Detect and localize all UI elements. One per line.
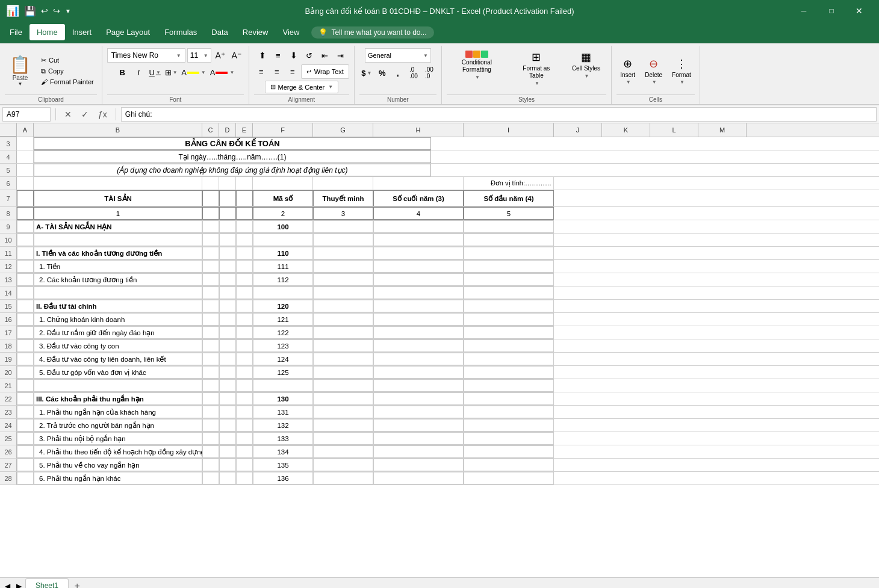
cell-b26[interactable]: 4. Phải thu theo tiến độ kế hoạch hợp đồ… — [34, 445, 202, 458]
cut-button[interactable]: ✂ Cut — [38, 55, 97, 66]
minimize-btn[interactable]: ─ — [790, 0, 818, 22]
col-header-i[interactable]: I — [464, 123, 554, 137]
paste-button[interactable]: 📋 Paste ▼ — [5, 52, 36, 89]
menu-item-formulas[interactable]: Formulas — [157, 24, 204, 40]
wrap-text-button[interactable]: ↵ Wrap Text — [301, 64, 349, 79]
sheet-tab-sheet1[interactable]: Sheet1 — [25, 578, 69, 588]
cell-f12[interactable]: 111 — [253, 260, 313, 273]
menu-item-file[interactable]: File — [2, 24, 30, 40]
cell-d7[interactable] — [219, 190, 236, 206]
cell-b28[interactable]: 6. Phải thu ngắn hạn khác — [34, 472, 202, 484]
scroll-sheet-left-btn[interactable]: ◀ — [2, 582, 13, 589]
decimal-increase-btn[interactable]: .0.00 — [406, 66, 421, 80]
underline-button[interactable]: U▼ — [148, 65, 162, 79]
cell-b12[interactable]: 1. Tiền — [34, 260, 202, 273]
font-name-selector[interactable]: Times New Ro ▼ — [107, 48, 185, 63]
col-header-e[interactable]: E — [236, 123, 253, 137]
redo-btn[interactable]: ↪ — [53, 6, 60, 16]
cell-b8[interactable]: 1 — [34, 207, 202, 220]
cell-d9[interactable] — [219, 220, 236, 233]
cell-f13[interactable]: 112 — [253, 273, 313, 286]
number-format-selector[interactable]: General ▼ — [365, 48, 431, 63]
cell-b13[interactable]: 2. Các khoản tương đương tiền — [34, 273, 202, 286]
cell-b5[interactable]: (Áp dụng cho doanh nghiệp không đáp ứng … — [34, 164, 431, 176]
align-middle-btn[interactable]: ≡ — [271, 48, 285, 63]
format-as-table-button[interactable]: ⊞ Format as Table ▼ — [509, 48, 564, 88]
menu-item-review[interactable]: Review — [235, 24, 276, 40]
cell-b10[interactable] — [34, 234, 202, 246]
cell-c9[interactable] — [202, 220, 219, 233]
customize-btn[interactable]: ▼ — [65, 8, 71, 14]
cell-f7[interactable]: Mã số — [253, 190, 313, 206]
cell-b4[interactable]: Tại ngày…..tháng…..năm…….(1) — [34, 150, 431, 163]
cell-g6[interactable] — [313, 177, 373, 190]
align-right-btn[interactable]: ≡ — [285, 64, 300, 79]
cell-b27[interactable]: 5. Phải thu về cho vay ngắn hạn — [34, 459, 202, 471]
close-btn[interactable]: ✕ — [845, 0, 873, 22]
cell-a9[interactable] — [17, 220, 34, 233]
align-top-btn[interactable]: ⬆ — [255, 48, 270, 63]
col-header-m[interactable]: M — [698, 123, 747, 137]
dollar-button[interactable]: $▼ — [359, 66, 374, 80]
menu-item-data[interactable]: Data — [204, 24, 235, 40]
cell-f9[interactable]: 100 — [253, 220, 313, 233]
cell-b23[interactable]: 1. Phải thu ngắn hạn của khách hàng — [34, 406, 202, 418]
cell-f20[interactable]: 125 — [253, 366, 313, 379]
conditional-formatting-button[interactable]: Conditional Formatting ▼ — [447, 48, 507, 82]
cell-b17[interactable]: 2. Đầu tư nắm giữ đến ngày đáo hạn — [34, 326, 202, 339]
align-bottom-btn[interactable]: ⬇ — [287, 48, 301, 63]
menu-item-view[interactable]: View — [275, 24, 306, 40]
add-sheet-button[interactable]: + — [70, 579, 84, 589]
cell-f16[interactable]: 121 — [253, 313, 313, 326]
cell-c8[interactable] — [202, 207, 219, 220]
cell-d6[interactable] — [219, 177, 236, 190]
merge-center-button[interactable]: ⊞ Merge & Center ▼ — [265, 81, 339, 93]
indent-increase-btn[interactable]: ⇥ — [334, 48, 348, 63]
cell-b25[interactable]: 3. Phải thu nội bộ ngắn hạn — [34, 432, 202, 445]
cell-g7[interactable]: Thuyết minh — [313, 190, 373, 206]
col-header-j[interactable]: J — [554, 123, 602, 137]
cell-a7[interactable] — [17, 190, 34, 206]
restore-btn[interactable]: □ — [818, 0, 845, 22]
cell-f15[interactable]: 120 — [253, 300, 313, 312]
cell-c6[interactable] — [202, 177, 219, 190]
cell-h9[interactable] — [373, 220, 464, 233]
cell-i6[interactable]: Đơn vị tính:………… — [464, 177, 554, 190]
cell-a10[interactable] — [17, 234, 34, 246]
format-painter-button[interactable]: 🖌 Format Painter — [38, 77, 97, 87]
cell-a6[interactable] — [17, 177, 34, 190]
increase-font-btn[interactable]: A⁺ — [213, 48, 228, 63]
cell-d8[interactable] — [219, 207, 236, 220]
font-color-button[interactable]: A ▼ — [209, 67, 236, 78]
name-box[interactable]: A97 — [2, 107, 51, 122]
cell-f28[interactable]: 136 — [253, 472, 313, 484]
cell-b19[interactable]: 4. Đầu tư vào công ty liên doanh, liên k… — [34, 353, 202, 365]
cell-b20[interactable]: 5. Đầu tư góp vốn vào đơn vị khác — [34, 366, 202, 379]
cell-b9[interactable]: A- TÀI SẢN NGẮN HẠN — [34, 220, 202, 233]
col-header-k[interactable]: K — [602, 123, 650, 137]
cell-f24[interactable]: 132 — [253, 419, 313, 432]
cell-e9[interactable] — [236, 220, 253, 233]
percent-button[interactable]: % — [375, 66, 390, 80]
indent-decrease-btn[interactable]: ⇤ — [318, 48, 332, 63]
save-btn[interactable]: 💾 — [24, 5, 36, 17]
cell-h7[interactable]: Số cuối năm (3) — [373, 190, 464, 206]
formula-input[interactable]: Ghi chú: — [121, 107, 877, 122]
align-center-btn[interactable]: ≡ — [270, 64, 284, 79]
cell-f18[interactable]: 123 — [253, 339, 313, 352]
cell-b18[interactable]: 3. Đầu tư vào công ty con — [34, 339, 202, 352]
cell-a8[interactable] — [17, 207, 34, 220]
cell-f26[interactable]: 134 — [253, 445, 313, 458]
insert-button[interactable]: ⊕ Insert ▼ — [617, 54, 639, 87]
cell-a4[interactable] — [17, 150, 34, 163]
cell-f27[interactable]: 135 — [253, 459, 313, 471]
decimal-decrease-btn[interactable]: .00.0 — [422, 66, 436, 80]
cell-b11[interactable]: I. Tiền và các khoản tương đương tiền — [34, 247, 202, 259]
col-header-a[interactable]: A — [17, 123, 34, 137]
col-header-c[interactable]: C — [202, 123, 219, 137]
cell-f22[interactable]: 130 — [253, 392, 313, 405]
cell-a5[interactable] — [17, 164, 34, 176]
cell-b6[interactable] — [34, 177, 202, 190]
cell-f6[interactable] — [253, 177, 313, 190]
comma-button[interactable]: , — [391, 66, 405, 80]
